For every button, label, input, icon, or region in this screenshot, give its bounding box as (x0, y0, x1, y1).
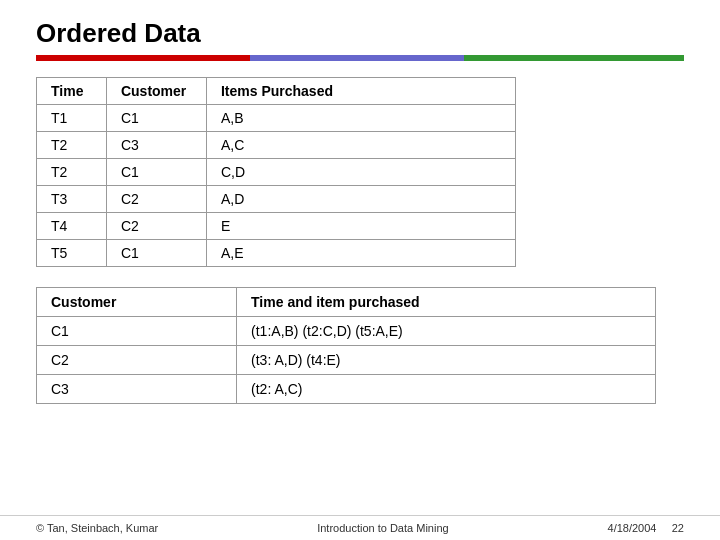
table-cell: T2 (37, 159, 107, 186)
table-cell: (t2: A,C) (237, 375, 656, 404)
table-cell: (t1:A,B) (t2:C,D) (t5:A,E) (237, 317, 656, 346)
table-cell: A,C (206, 132, 515, 159)
table-cell: C2 (37, 346, 237, 375)
top-table-header-customer: Customer (106, 78, 206, 105)
table-cell: T5 (37, 240, 107, 267)
top-table-header-row: Time Customer Items Purchased (37, 78, 516, 105)
table-cell: T1 (37, 105, 107, 132)
bottom-table: CustomerTime and item purchasedC1(t1:A,B… (36, 287, 656, 404)
table-cell: C2 (106, 186, 206, 213)
table-row: T3C2A,D (37, 186, 516, 213)
table-cell: C3 (37, 375, 237, 404)
footer-left: © Tan, Steinbach, Kumar (36, 522, 158, 534)
divider-bar (36, 55, 684, 61)
bottom-table-header-row: CustomerTime and item purchased (37, 288, 656, 317)
table-cell: (t3: A,D) (t4:E) (237, 346, 656, 375)
table-cell: T2 (37, 132, 107, 159)
top-table-header-time: Time (37, 78, 107, 105)
list-item: C3(t2: A,C) (37, 375, 656, 404)
top-table: Time Customer Items Purchased T1C1A,BT2C… (36, 77, 516, 267)
table-cell: T4 (37, 213, 107, 240)
table-cell: A,B (206, 105, 515, 132)
footer-date: 4/18/2004 (608, 522, 657, 534)
table-row: T1C1A,B (37, 105, 516, 132)
footer-right: 4/18/2004 22 (608, 522, 684, 534)
table-cell: A,D (206, 186, 515, 213)
table-row: T2C3A,C (37, 132, 516, 159)
table-row: T5C1A,E (37, 240, 516, 267)
footer-page: 22 (672, 522, 684, 534)
list-item: C2(t3: A,D) (t4:E) (37, 346, 656, 375)
table-cell: E (206, 213, 515, 240)
top-table-header-items: Items Purchased (206, 78, 515, 105)
table-row: T2C1C,D (37, 159, 516, 186)
table-row: T4C2E (37, 213, 516, 240)
bottom-table-header-cell: Customer (37, 288, 237, 317)
table-cell: C1 (37, 317, 237, 346)
table-cell: C,D (206, 159, 515, 186)
list-item: C1(t1:A,B) (t2:C,D) (t5:A,E) (37, 317, 656, 346)
table-cell: C1 (106, 240, 206, 267)
table-cell: C3 (106, 132, 206, 159)
bottom-table-header-cell: Time and item purchased (237, 288, 656, 317)
footer-center: Introduction to Data Mining (317, 522, 448, 534)
table-cell: C2 (106, 213, 206, 240)
content-area: Time Customer Items Purchased T1C1A,BT2C… (0, 77, 720, 404)
table-cell: T3 (37, 186, 107, 213)
table-cell: C1 (106, 159, 206, 186)
page-title: Ordered Data (0, 0, 720, 55)
table-cell: C1 (106, 105, 206, 132)
footer: © Tan, Steinbach, Kumar Introduction to … (0, 515, 720, 540)
table-cell: A,E (206, 240, 515, 267)
